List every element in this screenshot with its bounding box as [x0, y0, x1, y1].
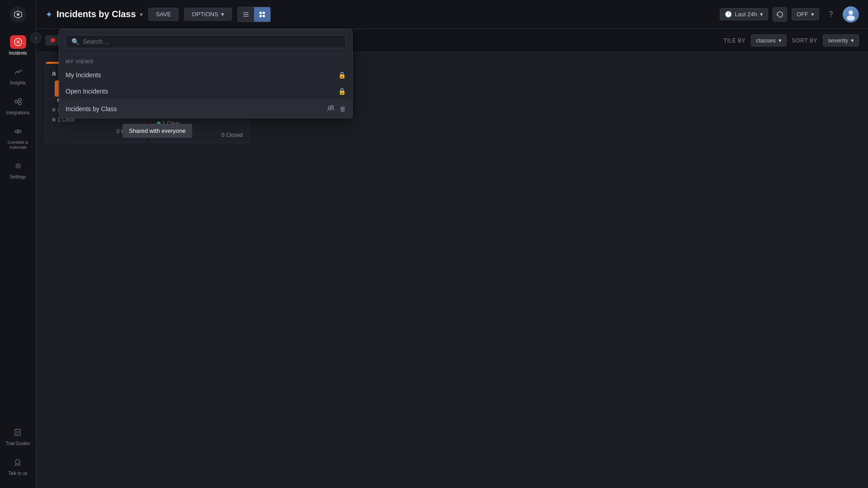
sidebar-bottom: Trial Guides Talk to us — [6, 421, 30, 483]
lock-icon-my-incidents: 🔒 — [338, 71, 346, 79]
sidebar-item-insights[interactable]: Insights — [0, 61, 36, 89]
svg-point-24 — [847, 15, 855, 21]
topbar-right: 🕐 Last 24h ▾ OFF ▾ ? — [720, 6, 859, 23]
open-incidents-label: Open Incidents — [66, 88, 334, 95]
clear-dot-storage — [157, 122, 160, 125]
sidebar: › Incidents Insights — [0, 0, 36, 488]
tile-closed-a: 0 Closed — [46, 127, 144, 139]
search-inner: 🔍 — [66, 35, 346, 48]
views-search-input[interactable] — [83, 38, 340, 45]
options-chevron: ▾ — [221, 11, 224, 18]
svg-point-9 — [17, 131, 19, 132]
tile-by-selector[interactable]: classes ▾ — [751, 34, 786, 47]
share-icon-incidents-by-class — [327, 104, 335, 113]
sidebar-item-settings-label: Settings — [9, 174, 26, 180]
sidebar-item-integrations[interactable]: Integrations — [0, 90, 36, 118]
svg-point-15 — [15, 460, 20, 464]
sort-by-selector[interactable]: severity ▾ — [823, 34, 859, 47]
refresh-button[interactable] — [773, 7, 787, 22]
my-incidents-label: My Incidents — [66, 71, 334, 79]
sidebar-nav: Incidents Insights — [0, 31, 36, 421]
svg-rect-21 — [259, 15, 262, 17]
time-label: Last 24h — [735, 11, 757, 18]
svg-point-25 — [328, 106, 331, 109]
options-button[interactable]: OPTIONS ▾ — [184, 8, 232, 21]
list-view-button[interactable] — [238, 7, 254, 22]
user-avatar[interactable] — [843, 6, 859, 23]
time-chevron-icon: ▾ — [760, 11, 763, 18]
tile-by-label: TILE BY — [724, 38, 746, 44]
sidebar-item-integrations-label: Integrations — [6, 110, 29, 116]
sidebar-item-correlate[interactable]: Correlate & Automate — [0, 120, 36, 153]
sidebar-item-talk-to-us[interactable]: Talk to us — [6, 451, 30, 479]
svg-point-1 — [17, 13, 19, 16]
sidebar-item-trial-guides-label: Trial Guides — [6, 441, 30, 446]
svg-rect-19 — [259, 12, 262, 14]
time-selector[interactable]: 🕐 Last 24h ▾ — [720, 8, 768, 20]
tile-by-chevron-icon: ▾ — [778, 37, 782, 44]
clear-count-storage: 1 Clear — [157, 120, 180, 127]
topbar: ✦ Incidents by Class ▾ SAVE OPTIONS ▾ — [36, 0, 868, 29]
clock-icon: 🕐 — [725, 11, 732, 18]
save-button[interactable]: SAVE — [148, 8, 179, 21]
help-icon: ? — [829, 10, 833, 19]
views-dropdown[interactable]: 🔍 MY VIEWS My Incidents 🔒 Open Incidents… — [59, 29, 353, 118]
svg-line-7 — [18, 100, 19, 101]
clear-dot — [52, 118, 56, 122]
lock-icon-open-incidents: 🔒 — [338, 88, 346, 95]
svg-rect-17 — [243, 14, 249, 15]
my-views-section-label: MY VIEWS — [59, 54, 352, 67]
search-icon: 🔍 — [71, 38, 79, 45]
help-button[interactable]: ? — [824, 7, 838, 22]
sort-by-value: severity — [828, 37, 848, 44]
active-indicator — [51, 38, 55, 42]
sort-by-chevron-icon: ▾ — [851, 37, 854, 44]
svg-rect-16 — [243, 12, 249, 13]
tile-by-value: classes — [756, 37, 775, 44]
dropdown-item-open-incidents[interactable]: Open Incidents 🔒 — [59, 83, 352, 99]
topbar-view-icon: ✦ — [45, 9, 53, 20]
sort-by-label: SORT BY — [792, 38, 817, 44]
sidebar-item-incidents-label: Incidents — [9, 51, 27, 56]
off-label: OFF — [797, 11, 808, 18]
dropdown-search-row: 🔍 — [59, 29, 352, 54]
svg-point-10 — [17, 164, 19, 167]
dropdown-item-incidents-by-class[interactable]: Incidents by Class 🗑 Shared with everyon… — [59, 99, 352, 118]
sidebar-item-correlate-label: Correlate & Automate — [0, 140, 36, 150]
svg-point-4 — [15, 100, 18, 103]
topbar-brand: ✦ Incidents by Class ▾ — [45, 9, 143, 20]
svg-point-3 — [17, 71, 19, 73]
minor-dot — [52, 108, 56, 112]
svg-rect-11 — [15, 429, 20, 436]
dropdown-item-my-incidents[interactable]: My Incidents 🔒 — [59, 67, 352, 83]
view-toggle — [237, 7, 271, 22]
off-button[interactable]: OFF ▾ — [792, 8, 819, 20]
options-label: OPTIONS — [192, 11, 218, 18]
off-chevron-icon: ▾ — [811, 11, 814, 18]
svg-rect-20 — [263, 12, 265, 14]
app-logo[interactable] — [9, 5, 27, 23]
topbar-chevron[interactable]: ▾ — [140, 11, 143, 18]
svg-point-6 — [19, 102, 21, 105]
grid-view-button[interactable] — [254, 7, 270, 22]
svg-point-23 — [849, 10, 853, 15]
svg-rect-22 — [263, 15, 265, 17]
sidebar-expand-button[interactable]: › — [30, 33, 41, 43]
incidents-by-class-label: Incidents by Class — [66, 105, 322, 113]
svg-point-26 — [331, 106, 334, 108]
topbar-title: Incidents by Class — [57, 9, 136, 19]
sidebar-item-incidents[interactable]: Incidents — [0, 31, 36, 59]
tile-clear-row-storage: 1 Clear — [151, 120, 249, 130]
tile-closed-storage: 0 Closed — [151, 130, 249, 143]
svg-point-5 — [19, 99, 21, 101]
sidebar-item-talk-to-us-label: Talk to us — [8, 471, 27, 476]
svg-rect-18 — [243, 16, 249, 17]
main-content: ✦ Incidents by Class ▾ SAVE OPTIONS ▾ — [36, 0, 868, 488]
delete-icon-incidents-by-class[interactable]: 🗑 — [340, 105, 346, 113]
sidebar-item-insights-label: Insights — [10, 80, 25, 86]
sidebar-item-settings[interactable]: Settings — [0, 155, 36, 183]
svg-line-8 — [18, 102, 19, 103]
sidebar-item-trial-guides[interactable]: Trial Guides — [6, 421, 30, 449]
